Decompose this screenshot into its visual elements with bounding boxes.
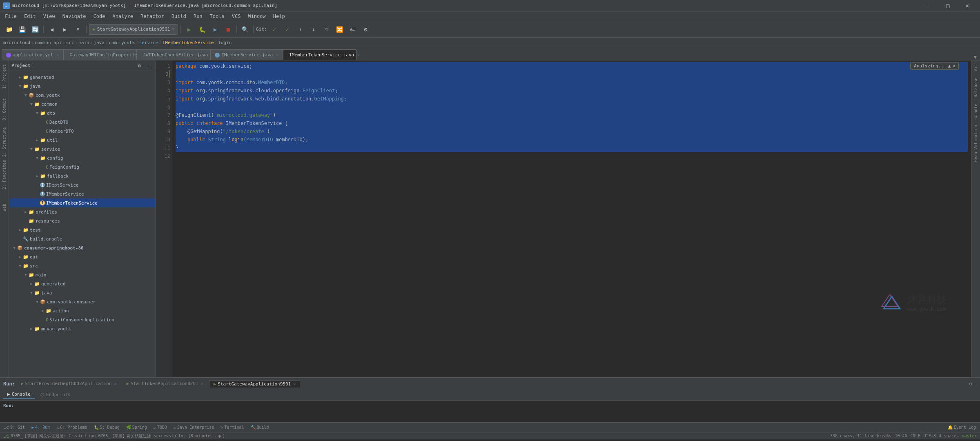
close-tab-imember[interactable]: ✕ bbox=[276, 53, 278, 57]
bottom-spring[interactable]: 🌿 Spring bbox=[124, 423, 149, 432]
bottom-problems[interactable]: ⚠ 6: Problems bbox=[54, 423, 89, 432]
close-button[interactable]: × bbox=[958, 0, 977, 11]
tree-item-common[interactable]: ▼ 📁 common bbox=[9, 100, 156, 109]
left-vtab-commit[interactable]: 0: Commit bbox=[0, 93, 9, 126]
status-encoding[interactable]: UTF-8 bbox=[924, 434, 936, 438]
status-branch[interactable]: master bbox=[962, 434, 977, 438]
status-crlf[interactable]: CRLF bbox=[911, 434, 920, 438]
bottom-build[interactable]: 🔨 Build bbox=[248, 423, 272, 432]
stop-button[interactable]: ■ bbox=[223, 24, 234, 35]
tree-item-java[interactable]: ▼ 📁 java bbox=[9, 82, 156, 91]
close-run-provider[interactable]: ✕ bbox=[114, 381, 116, 386]
tree-item-src[interactable]: ▼ 📁 src bbox=[9, 261, 156, 270]
tree-item-consumer-springboot[interactable]: ▼ 📦 consumer-springboot-80 bbox=[9, 243, 156, 252]
run-panel-collapse[interactable]: − bbox=[974, 381, 977, 387]
git-tag[interactable]: 🏷 bbox=[347, 24, 359, 35]
tab-gateway-jwt-config[interactable]: GatewayJWTConfigProperties.java ✕ bbox=[63, 49, 137, 60]
tree-item-deptdto[interactable]: C DeptDTO bbox=[9, 118, 156, 127]
toolbar-sync[interactable]: 🔄 bbox=[29, 24, 41, 35]
run-settings-icon[interactable]: ⚙ bbox=[969, 381, 972, 387]
tree-item-test[interactable]: ▶ 📁 test bbox=[9, 225, 156, 234]
run-tab-provider[interactable]: ▶ StartProviderDept8002Application ✕ bbox=[17, 380, 121, 387]
tree-item-generated2[interactable]: ▶ 📁 generated bbox=[9, 279, 156, 288]
menu-file[interactable]: File bbox=[2, 13, 20, 20]
tree-item-memberdto[interactable]: C MemberDTO bbox=[9, 127, 156, 136]
right-vtab-gradle[interactable]: Gradle bbox=[972, 100, 979, 122]
toolbar-search[interactable]: 🔍 bbox=[239, 24, 251, 35]
git-push[interactable]: ↑ bbox=[295, 24, 306, 35]
toolbar-back[interactable]: ◀ bbox=[46, 24, 58, 35]
tab-imember-service[interactable]: IMemberService.java ✕ bbox=[210, 49, 283, 60]
bottom-terminal[interactable]: > Terminal bbox=[218, 423, 246, 432]
bottom-java-enterprise[interactable]: ☕ Java Enterprise bbox=[171, 423, 216, 432]
maximize-button[interactable]: □ bbox=[938, 0, 957, 11]
menu-analyze[interactable]: Analyze bbox=[109, 13, 136, 20]
left-vtab-favorites[interactable]: 2: Favorites bbox=[0, 158, 9, 191]
menu-run[interactable]: Run bbox=[190, 13, 206, 20]
close-run-gateway[interactable]: ✕ bbox=[293, 382, 296, 386]
tree-item-main[interactable]: ▼ 📁 main bbox=[9, 270, 156, 279]
bottom-debug[interactable]: 🐛 5: Debug bbox=[91, 423, 122, 432]
bottom-todo[interactable]: ☑ TODO bbox=[151, 423, 169, 432]
menu-code[interactable]: Code bbox=[90, 13, 109, 20]
git-settings[interactable]: ⚙ bbox=[360, 24, 372, 35]
left-vtab-project[interactable]: 1: Project bbox=[0, 60, 9, 93]
breadcrumb-imembertokenservice[interactable]: IMemberTokenService bbox=[163, 40, 214, 45]
menu-tools[interactable]: Tools bbox=[207, 13, 228, 20]
close-run-token[interactable]: ✕ bbox=[201, 381, 203, 386]
run-button[interactable]: ▶ bbox=[183, 24, 195, 35]
tree-item-action[interactable]: ▶ 📁 action bbox=[9, 306, 156, 315]
right-vtab-database[interactable]: Database bbox=[972, 74, 979, 100]
console-tab-console[interactable]: ▶ Console bbox=[3, 391, 35, 399]
breadcrumb-common-api[interactable]: common-api bbox=[35, 40, 62, 45]
status-chars[interactable]: 338 chars, 11 line breaks bbox=[830, 434, 892, 438]
debug-button[interactable]: 🐛 bbox=[196, 24, 208, 35]
breadcrumb-microcloud[interactable]: microcloud bbox=[3, 40, 30, 45]
run-tab-token[interactable]: ▶ StartTokenApplication8201 ✕ bbox=[122, 380, 207, 387]
menu-view[interactable]: View bbox=[40, 13, 58, 20]
code-content[interactable]: package com.yootk.service; import com.yo… bbox=[172, 60, 971, 377]
toolbar-open-file[interactable]: 📁 bbox=[3, 24, 15, 35]
git-pull[interactable]: ↓ bbox=[308, 24, 319, 35]
toolbar-recent[interactable]: ▼ bbox=[72, 24, 84, 35]
tree-item-util[interactable]: ▶ 📁 util bbox=[9, 136, 156, 145]
analyzing-close[interactable]: ✕ bbox=[952, 63, 955, 69]
more-tabs[interactable]: ▼ bbox=[972, 54, 978, 60]
tree-item-com-yootk-consumer[interactable]: ▼ 📦 com.yootk.consumer bbox=[9, 297, 156, 306]
tree-item-buildgradle[interactable]: 🔧 build.gradle bbox=[9, 234, 156, 243]
bottom-run[interactable]: ▶ 4: Run bbox=[29, 423, 52, 432]
tree-item-com-yootk[interactable]: ▼ 📦 com.yootk bbox=[9, 91, 156, 100]
breadcrumb-java[interactable]: java bbox=[94, 40, 105, 45]
tree-item-profiles[interactable]: ▶ 📁 profiles bbox=[9, 207, 156, 216]
breadcrumb-src[interactable]: src bbox=[66, 40, 74, 45]
tree-item-generated[interactable]: ▶ 📁 generated bbox=[9, 73, 156, 82]
menu-edit[interactable]: Edit bbox=[21, 13, 39, 20]
toolbar-save[interactable]: 💾 bbox=[16, 24, 28, 35]
git-check2[interactable]: ✓ bbox=[282, 24, 293, 35]
close-tab-imember-token[interactable]: ✕ bbox=[357, 53, 360, 57]
tree-item-imembertokenservice[interactable]: I IMemberTokenService bbox=[9, 198, 156, 207]
git-branch[interactable]: 🔀 bbox=[334, 24, 345, 35]
menu-build[interactable]: Build bbox=[168, 13, 189, 20]
status-indent[interactable]: 4 spaces bbox=[939, 434, 959, 438]
project-panel-settings[interactable]: ⚙ bbox=[135, 62, 143, 70]
bottom-git[interactable]: ⎇ 9: Git bbox=[2, 423, 27, 432]
minimize-button[interactable]: − bbox=[919, 0, 938, 11]
menu-vcs[interactable]: VCS bbox=[229, 13, 244, 20]
status-git-message[interactable]: 0705_【掌握】网关认证过滤: Created tag 0705_【掌握】网关… bbox=[11, 433, 225, 439]
console-tab-endpoints[interactable]: ⬡ Endpoints bbox=[36, 391, 75, 398]
run-tab-gateway[interactable]: ▶ StartGatewayApplication9501 ✕ bbox=[209, 380, 300, 388]
right-vtab-bean-validation[interactable]: Bean Validation bbox=[972, 122, 979, 165]
git-check1[interactable]: ✓ bbox=[269, 24, 280, 35]
left-vtab-web[interactable]: Web bbox=[0, 191, 9, 224]
left-vtab-structure[interactable]: 2: Structure bbox=[0, 126, 9, 158]
run-with-coverage[interactable]: ▶ bbox=[209, 24, 221, 35]
tree-item-feignconfig[interactable]: C FeignConfig bbox=[9, 163, 156, 172]
tree-item-service[interactable]: ▼ 📁 service bbox=[9, 145, 156, 154]
project-panel-close[interactable]: — bbox=[145, 62, 153, 70]
menu-window[interactable]: Window bbox=[245, 13, 269, 20]
tree-item-muyan-yootk[interactable]: ▶ 📁 muyan.yootk bbox=[9, 324, 156, 333]
breadcrumb-yootk[interactable]: yootk bbox=[121, 40, 135, 45]
tree-item-dto[interactable]: ▼ 📁 dto bbox=[9, 109, 156, 118]
breadcrumb-main[interactable]: main bbox=[78, 40, 89, 45]
